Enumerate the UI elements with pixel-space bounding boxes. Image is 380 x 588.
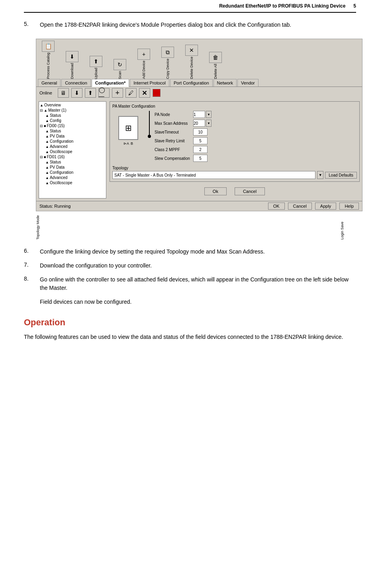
toolbar-scan[interactable]: ↻ Scan [111, 59, 129, 79]
step-7: 7. Download the configuration to your co… [24, 262, 356, 270]
tab-internet-protocol[interactable]: Internet Protocol [130, 79, 169, 87]
dialog-screenshot: 📋 Process Catalog ⬇ Download ⬆ Upload ↻ … [36, 39, 362, 211]
toolbar-delete-device[interactable]: ✕ Delete Device [183, 45, 200, 79]
page-number: 5 [353, 3, 356, 9]
add-device-icon: + [137, 49, 150, 60]
online-btn-3[interactable]: ⬆ [85, 88, 96, 98]
online-btn-5[interactable]: + [112, 88, 123, 98]
param-value-class2 [193, 146, 212, 153]
tree-item-status-fd01[interactable]: ▲ Status [40, 159, 105, 165]
tree-text-fd01: FD01 (16) [47, 155, 65, 159]
toolbar-download[interactable]: ⬇ Download [63, 51, 81, 79]
operation-heading: Operation [24, 317, 356, 328]
tree-text-advanced-fd01: Advanced [50, 175, 67, 180]
param-value-slew [193, 155, 212, 162]
pa-label-b: B [131, 142, 133, 146]
tree-panel: ▲ Overview ⊟ ▲ Master (1) ▲ Status ▲ [39, 101, 106, 199]
tree-expand-fd01: ⊟ [40, 155, 43, 159]
tree-item-oscilloscope-fd00[interactable]: ▲ Oscilloscope [40, 149, 105, 154]
tree-item-fd01[interactable]: ⊟ ■ FD01 (16) [40, 154, 105, 159]
tree-item-overview[interactable]: ▲ Overview [40, 102, 105, 108]
tree-icon-oscilloscope-fd00: ▲ [45, 150, 49, 154]
tab-general[interactable]: General [38, 79, 61, 87]
toolbar-process-catalog[interactable]: 📋 Process Catalog [39, 41, 57, 79]
tab-connection[interactable]: Connection [61, 79, 91, 87]
tree-text-status-master: Status [50, 113, 61, 118]
tree-item-config-master[interactable]: ▲ Config [40, 118, 105, 123]
tree-text-configuration-fd00: Configuration [50, 139, 73, 144]
tree-text-status-fd00: Status [50, 129, 61, 133]
toolbar-delete-all[interactable]: 🗑 Delete All [207, 52, 224, 79]
tree-item-pvdata-fd00[interactable]: ▲ PV Data [40, 134, 105, 139]
online-btn-1[interactable]: 🖥 [58, 88, 69, 98]
tree-item-configuration-fd00[interactable]: ▲ Configuration [40, 139, 105, 144]
online-btn-8[interactable] [153, 89, 161, 97]
pa-graphic-symbol: ⊞ [125, 123, 132, 133]
status-cancel-button[interactable]: Cancel [288, 203, 312, 210]
param-input-pa-node[interactable] [193, 111, 205, 118]
status-help-button[interactable]: Help [339, 203, 359, 210]
param-input-slew[interactable] [193, 155, 208, 162]
param-input-slave-timeout[interactable] [193, 128, 208, 136]
tree-item-status-fd00[interactable]: ▲ Status [40, 128, 105, 134]
param-input-max-scan[interactable] [193, 120, 205, 127]
toolbar-copy-device[interactable]: ⧉ Copy Device [159, 47, 176, 79]
pa-node-dropdown-arrow[interactable]: ▼ [206, 111, 212, 118]
param-input-class2[interactable] [193, 146, 208, 153]
tree-text-overview: Overview [44, 103, 61, 107]
max-scan-dropdown-arrow[interactable]: ▼ [206, 120, 212, 127]
step-6-text: Configure the linking device by setting … [40, 248, 265, 256]
tree-expand-master: ⊟ [40, 108, 43, 112]
online-btn-6[interactable]: 🖊 [125, 88, 137, 98]
annotation-topology-mode: Topology Mode [36, 215, 40, 240]
config-panel: PA Master Configuration ⊞ ⊳A B [110, 101, 360, 199]
param-input-slave-retry[interactable] [193, 137, 208, 144]
copy-device-icon: ⧉ [161, 47, 174, 58]
tree-icon-advanced-fd01: ▲ [45, 176, 49, 180]
pa-graphic-box: ⊞ [118, 116, 138, 140]
toolbar-label-upload: Upload [94, 68, 98, 79]
upload-icon: ⬆ [90, 56, 102, 67]
status-apply-button[interactable]: Apply [315, 203, 337, 210]
tab-vendor[interactable]: Vendor [237, 79, 259, 87]
tree-item-configuration-fd01[interactable]: ▲ Configuration [40, 170, 105, 175]
step-6-number: 6. [24, 248, 40, 256]
toolbar-add-device[interactable]: + Add Device [135, 49, 153, 79]
tree-icon-advanced-fd00: ▲ [45, 145, 49, 149]
tree-item-advanced-fd01[interactable]: ▲ Advanced [40, 175, 105, 180]
pa-graphic: ⊞ ⊳A B [112, 111, 144, 151]
status-ok-button[interactable]: OK [268, 203, 285, 210]
param-label-slave-retry: Slave Retry Limit [155, 139, 190, 143]
tab-port-configuration[interactable]: Port Configuration [170, 79, 213, 87]
toolbar-label-delete-device: Delete Device [190, 57, 194, 79]
tree-icon-pvdata-fd01: ▲ [45, 165, 49, 169]
tree-item-advanced-fd00[interactable]: ▲ Advanced [40, 144, 105, 149]
scan-icon: ↻ [114, 59, 126, 70]
tab-configuration[interactable]: Configuration* [92, 79, 129, 87]
tree-item-pvdata-fd01[interactable]: ▲ PV Data [40, 165, 105, 170]
params-grid: PA Node ▼ Max Scan Address ▼ [155, 111, 212, 162]
online-btn-4[interactable]: ◯— [98, 88, 110, 98]
load-defaults-button[interactable]: Load Defaults [325, 172, 357, 179]
delete-all-icon: 🗑 [209, 52, 222, 63]
step-5-text: Open the 1788-EN2PAR linking device's Mo… [40, 21, 291, 29]
param-label-slave-timeout: SlaveTimeout [155, 130, 190, 134]
dialog-tabs: General Connection Configuration* Intern… [36, 79, 362, 87]
ok-button[interactable]: Ok [204, 187, 227, 195]
tree-item-status-master[interactable]: ▲ Status [40, 113, 105, 118]
tree-item-oscilloscope-fd01[interactable]: ▲ Oscilloscope [40, 180, 105, 185]
tree-item-fd00[interactable]: ⊟ ■ FD00 (15) [40, 123, 105, 128]
tree-text-pvdata-fd00: PV Data [50, 134, 65, 138]
tree-item-master[interactable]: ⊟ ▲ Master (1) [40, 108, 105, 113]
tree-icon-fd00: ■ [44, 124, 46, 128]
topology-dropdown[interactable]: SAT - Single Master - A Bus Only - Termi… [112, 171, 315, 179]
tree-text-pvdata-fd01: PV Data [50, 165, 65, 169]
cancel-button[interactable]: Cancel [235, 187, 265, 195]
tab-network[interactable]: Network [214, 79, 237, 87]
topology-dropdown-arrow[interactable]: ▼ [317, 171, 323, 179]
param-value-max-scan: ▼ [193, 120, 212, 127]
online-btn-2[interactable]: ⬇ [71, 88, 82, 98]
toolbar-upload[interactable]: ⬆ Upload [87, 56, 105, 79]
online-btn-7[interactable]: ✕ [139, 88, 150, 98]
param-label-class2: Class 2 MPPF [155, 147, 190, 152]
